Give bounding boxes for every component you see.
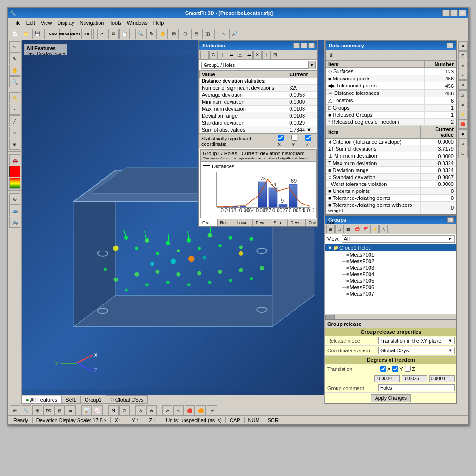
menu-navigation[interactable]: Navigation: [77, 19, 106, 26]
dof-x-checkbox[interactable]: [380, 366, 386, 372]
groups-tb-2[interactable]: □: [335, 225, 344, 233]
tab-set1[interactable]: Set1: [61, 396, 80, 404]
right-button[interactable]: ◫: [202, 29, 212, 39]
rt-btn-2[interactable]: ⊞: [458, 51, 468, 60]
st-btn-5[interactable]: △: [236, 51, 244, 59]
stats-tab-devi1[interactable]: Devi...: [253, 219, 271, 226]
pan-button[interactable]: ✋: [158, 29, 168, 39]
bt-btn-7[interactable]: 📊: [81, 405, 92, 416]
stats-tab-devi2[interactable]: Devi...: [288, 219, 306, 226]
bt-btn-5[interactable]: ⊟: [54, 405, 65, 416]
st-btn-8[interactable]: |: [262, 51, 271, 59]
coord-x-label[interactable]: X: [278, 135, 288, 147]
bt-btn-4[interactable]: 🗺: [43, 405, 53, 416]
stats-tab-stati[interactable]: Stati...: [324, 219, 342, 226]
lt-sphere[interactable]: ◉: [9, 139, 20, 150]
stats-tab-cros[interactable]: Cros...: [306, 219, 324, 226]
bt-btn-8[interactable]: 📈: [93, 405, 103, 416]
groups-tb-1[interactable]: ⊞: [326, 225, 335, 233]
menu-help[interactable]: Help: [151, 19, 167, 26]
bt-btn-2[interactable]: 🔧: [21, 405, 31, 416]
menu-view[interactable]: View: [38, 19, 55, 26]
ds-close[interactable]: ✕: [447, 43, 453, 48]
rt-btn-3[interactable]: ◈: [458, 61, 468, 70]
front-button[interactable]: ⊡: [180, 29, 190, 39]
rotate-button[interactable]: ↻: [146, 29, 157, 39]
rt-btn-1[interactable]: ⚙: [458, 41, 468, 51]
lt-object1[interactable]: 🚙: [9, 205, 20, 216]
coord-z-checkbox[interactable]: [305, 135, 311, 141]
close-button[interactable]: ✕: [459, 10, 466, 16]
groups-tb-7[interactable]: △: [379, 225, 388, 233]
tree-measp006[interactable]: —■ MeasP006: [333, 284, 456, 291]
groups-tb-6[interactable]: ⚡: [370, 225, 379, 233]
cad-button[interactable]: CAD: [48, 29, 58, 39]
coord-z-label[interactable]: Z: [305, 135, 316, 147]
copy-button[interactable]: ⧉: [108, 29, 119, 39]
meas-button[interactable]: MEAS: [59, 29, 69, 39]
tree-measp005[interactable]: —■ MeasP005: [333, 278, 456, 284]
tab-group1[interactable]: Group1: [80, 396, 106, 404]
coord-y-label[interactable]: Y: [291, 135, 302, 147]
menu-file[interactable]: File: [10, 19, 24, 26]
bt-btn-6[interactable]: ≡: [66, 405, 76, 416]
save-button[interactable]: 💾: [32, 29, 42, 39]
lt-dim[interactable]: ⊕: [9, 193, 20, 205]
new-button[interactable]: 📄: [10, 29, 20, 39]
paste-button[interactable]: 📋: [119, 29, 130, 39]
release-mode-value[interactable]: Translation in the XY plane ▼: [378, 337, 455, 344]
rt-btn-7[interactable]: ◈: [458, 100, 468, 109]
lt-gradient[interactable]: [9, 178, 20, 189]
groups-tb-3[interactable]: ▦: [344, 225, 352, 233]
coord-system-value[interactable]: Global CSys ▼: [378, 347, 455, 354]
stats-tab-feat[interactable]: Feat...: [199, 219, 218, 226]
lt-color[interactable]: [9, 166, 20, 177]
maximize-button[interactable]: □: [450, 10, 458, 16]
tree-measp001[interactable]: —■ MeasP001: [333, 251, 456, 258]
menu-display[interactable]: Display: [54, 19, 77, 26]
bt-btn-17[interactable]: ⊕: [207, 405, 217, 416]
tree-group1-holes[interactable]: ▼ 📁 Group1 Holes: [325, 244, 456, 251]
minimize-button[interactable]: −: [442, 10, 450, 16]
lt-line[interactable]: ╱: [9, 115, 20, 126]
tree-measp002[interactable]: —■ MeasP002: [333, 258, 456, 264]
stats-minimize[interactable]: −: [293, 43, 300, 48]
tb-button[interactable]: II-B: [81, 29, 92, 39]
st-btn-2[interactable]: C: [209, 51, 218, 59]
bt-btn-14[interactable]: ↖: [173, 405, 184, 416]
select-button[interactable]: ↖: [218, 29, 228, 39]
lt-pan[interactable]: ✋: [9, 65, 20, 76]
cut-button[interactable]: ✂: [97, 29, 107, 39]
menu-windows[interactable]: Windows: [124, 19, 151, 26]
stats-close[interactable]: ✕: [308, 43, 315, 48]
rt-btn-11[interactable]: ⊿: [458, 139, 468, 148]
meas2-button[interactable]: MEAS: [70, 29, 80, 39]
menu-tools[interactable]: Tools: [106, 19, 124, 26]
bt-btn-3[interactable]: ⊞: [32, 405, 42, 416]
bt-btn-15[interactable]: 🔴: [185, 405, 195, 416]
tab-global-csys[interactable]: ⊙ Global CSys: [106, 395, 148, 404]
filter-button[interactable]: 🔎: [229, 29, 239, 39]
tab-all-features[interactable]: ● All Features: [22, 396, 61, 404]
bt-btn-12[interactable]: ⊕: [146, 405, 157, 416]
groups-hscrollbar[interactable]: [325, 314, 456, 319]
lt-select[interactable]: ↖: [9, 41, 20, 53]
bt-btn-9[interactable]: N: [108, 405, 119, 416]
rt-btn-8[interactable]: ⚡: [458, 110, 468, 119]
st-btn-1[interactable]: ○: [200, 51, 209, 59]
open-button[interactable]: 📁: [21, 29, 31, 39]
rt-btn-12[interactable]: ⊡: [458, 149, 468, 158]
lt-object2[interactable]: 🚌: [9, 217, 20, 228]
lt-point[interactable]: •: [9, 104, 20, 115]
bt-btn-11[interactable]: ⊙: [135, 405, 145, 416]
top-button[interactable]: ⊟: [191, 29, 201, 39]
dof-x-input[interactable]: -0.0030: [374, 375, 400, 382]
dof-y-checkbox[interactable]: [392, 366, 398, 372]
rt-btn-10[interactable]: ◆: [458, 129, 468, 139]
ds-tb-btn1[interactable]: 🖨: [327, 51, 335, 59]
lt-zoom[interactable]: 🔍: [9, 76, 20, 87]
stats-tab-loca[interactable]: Loca...: [234, 219, 253, 226]
coord-x-checkbox[interactable]: [278, 135, 284, 141]
menu-edit[interactable]: Edit: [24, 19, 38, 26]
dof-z-input[interactable]: 0.0000: [429, 375, 455, 382]
